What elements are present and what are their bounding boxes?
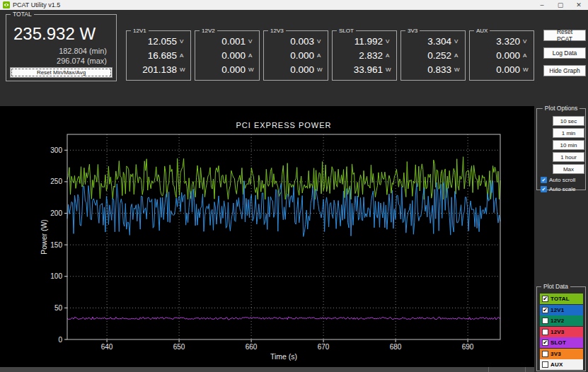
checkbox-label: Auto scale — [549, 186, 575, 192]
rail-unit-label: A — [386, 52, 393, 59]
plot-range-1-hour-button[interactable]: 1 hour — [553, 152, 584, 162]
total-min: 182.804 (min) — [57, 47, 107, 57]
legend-checkbox-slot[interactable]: ✔ — [542, 339, 548, 346]
y-tick-label: 100 — [50, 272, 62, 280]
legend-checkbox-3v3[interactable] — [542, 351, 548, 357]
rail-measurement-row: 33.961W — [333, 63, 396, 76]
rail-unit-label: A — [180, 52, 187, 59]
rail-unit-label: W — [454, 66, 461, 73]
rail-unit-label: V — [454, 38, 461, 45]
rail-unit-label: A — [454, 52, 461, 59]
rail-unit-label: V — [386, 38, 393, 45]
legend-checkbox-12v3[interactable] — [542, 329, 548, 335]
hide-graph-button[interactable]: Hide Graph — [543, 65, 586, 76]
rail-group-label: SLOT — [337, 27, 356, 35]
rail-measurement-row: 12.055V — [127, 35, 190, 48]
maximize-button[interactable]: ▢ — [551, 0, 570, 10]
chart-title: PCI EXPRESS POWER — [236, 121, 332, 129]
plot-data-items: ✔TOTAL✔12V112V212V3✔SLOT3V3AUX — [540, 293, 583, 371]
rail-measurement-row: 16.685A — [127, 49, 190, 62]
y-tick-label: 50 — [54, 304, 63, 312]
x-tick-label: 640 — [101, 343, 113, 351]
log-data-button[interactable]: Log Data — [543, 47, 586, 59]
legend-checkbox-aux[interactable] — [542, 361, 548, 368]
plot-options-buttons: 10 sec1 min10 min1 hourMax — [553, 116, 584, 174]
legend-label: AUX — [550, 361, 563, 368]
rail-measurement-row: 0.000A — [264, 49, 328, 62]
plot-options-group: Plot Options 10 sec1 min10 min1 hourMax … — [536, 108, 586, 190]
rail-measurement-row: 2.832A — [333, 49, 396, 62]
rail-group-label: 12V3 — [268, 27, 286, 35]
plot-data-group: Plot Data ✔TOTAL✔12V112V212V3✔SLOT3V3AUX — [536, 286, 586, 371]
rail-value-12v1-a: 16.685 — [148, 50, 177, 61]
reset-min-max-avg-button[interactable]: Reset Min/Max/Avg — [10, 67, 113, 78]
auto-scroll-checkbox-row[interactable]: ✔Auto scroll — [541, 176, 575, 183]
rail-group-12v3: 12V30.003V0.000A0.000W — [263, 30, 328, 81]
plot-data-item-3v3[interactable]: 3V3 — [540, 349, 583, 359]
rail-value-12v2-v: 0.001 — [221, 36, 246, 47]
rail-value-12v3-v: 0.003 — [290, 36, 314, 47]
rail-group-aux: AUX3.320V0.000A0.000W — [469, 30, 534, 81]
rail-measurement-row: 0.000W — [470, 63, 534, 76]
x-tick-label: 650 — [173, 343, 185, 351]
legend-label: TOTAL — [550, 296, 570, 302]
power-chart: PCI EXPRESS POWER64065066067068069005010… — [0, 106, 534, 367]
checkbox-label: Auto scroll — [549, 177, 575, 183]
auto-scale-checkbox[interactable]: ✔ — [541, 186, 547, 192]
window-title: PCAT Utility v1.5 — [13, 1, 60, 8]
legend-label: 12V2 — [550, 318, 564, 324]
plot-range-max-button[interactable]: Max — [553, 164, 584, 174]
rail-measurement-row: 0.000A — [195, 49, 259, 62]
y-tick-label: 250 — [50, 178, 62, 185]
rail-value-slot-v: 11.992 — [354, 36, 383, 47]
rail-measurement-row: 0.003V — [264, 35, 328, 48]
rail-measurement-row: 0.000A — [470, 49, 534, 62]
plot-data-item-12v2[interactable]: 12V2 — [540, 315, 583, 326]
rail-group-3v3: 3V33.304V0.252A0.833W — [400, 30, 466, 81]
plot-data-item-slot[interactable]: ✔SLOT — [540, 337, 583, 348]
plot-range-10-min-button[interactable]: 10 min — [553, 140, 584, 150]
rail-unit-label: A — [523, 52, 530, 59]
legend-checkbox-12v2[interactable] — [542, 318, 548, 324]
rail-value-12v3-a: 0.000 — [290, 50, 314, 61]
x-tick-label: 660 — [246, 343, 258, 351]
total-power-value: 235.932 W — [13, 24, 96, 44]
total-group: TOTAL 235.932 W 182.804 (min) 296.074 (m… — [6, 14, 117, 81]
window-controls: – ▢ ✕ — [533, 0, 588, 10]
rail-measurement-row: 0.252A — [401, 49, 465, 62]
plot-data-item-12v3[interactable]: 12V3 — [540, 327, 583, 337]
rail-measurement-row: 0.000W — [195, 63, 259, 76]
auto-scroll-checkbox[interactable]: ✔ — [541, 177, 547, 183]
rail-unit-label: W — [248, 66, 255, 73]
x-tick-label: 680 — [390, 343, 402, 351]
rail-value-aux-v: 3.320 — [496, 36, 520, 47]
plot-data-label: Plot Data — [541, 283, 570, 291]
legend-label: SLOT — [550, 339, 566, 346]
rail-value-aux-a: 0.000 — [496, 50, 520, 61]
plot-data-item-aux[interactable]: AUX — [540, 359, 583, 370]
rail-unit-label: W — [180, 66, 187, 73]
plot-range-10-sec-button[interactable]: 10 sec — [553, 116, 584, 126]
title-bar: PCAT Utility v1.5 – ▢ ✕ — [0, 0, 588, 10]
plot-range-1-min-button[interactable]: 1 min — [553, 128, 584, 138]
rail-group-12v2: 12V20.001V0.000A0.000W — [195, 30, 260, 81]
rail-value-12v2-w: 0.000 — [221, 64, 246, 75]
rail-unit-label: A — [248, 52, 255, 59]
legend-checkbox-total[interactable]: ✔ — [542, 296, 548, 302]
rail-unit-label: A — [317, 52, 324, 59]
rail-measurement-row: 0.000W — [264, 63, 328, 76]
legend-checkbox-12v1[interactable]: ✔ — [542, 307, 548, 313]
plot-data-item-12v1[interactable]: ✔12V1 — [540, 305, 583, 315]
rail-measurement-row: 11.992V — [333, 35, 396, 48]
strip-divider — [525, 367, 526, 372]
plot-data-item-total[interactable]: ✔TOTAL — [540, 293, 583, 304]
reset-pcat-button[interactable]: Reset PCAT — [543, 30, 586, 41]
rail-group-12v1: 12V112.055V16.685A201.138W — [126, 30, 191, 81]
minimize-button[interactable]: – — [533, 0, 551, 10]
close-button[interactable]: ✕ — [570, 0, 588, 10]
rail-measurement-row: 3.304V — [401, 35, 465, 48]
rail-value-aux-w: 0.000 — [496, 64, 520, 75]
auto-scale-checkbox-row[interactable]: ✔Auto scale — [541, 185, 575, 192]
rail-value-slot-w: 33.961 — [354, 64, 383, 75]
y-tick-label: 300 — [50, 146, 62, 154]
